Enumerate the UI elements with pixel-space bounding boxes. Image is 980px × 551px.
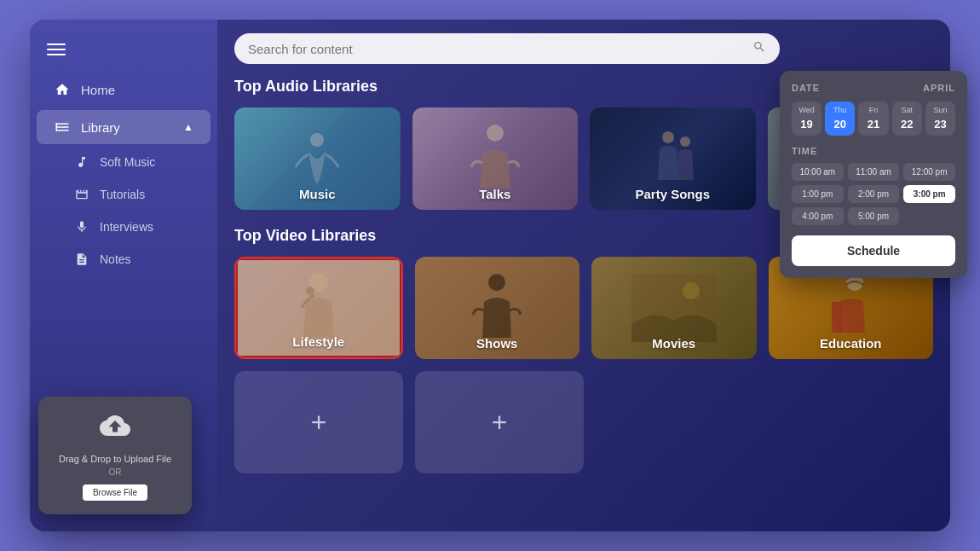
upload-or-text: OR: [52, 467, 178, 477]
sidebar-item-soft-music[interactable]: Soft Music: [37, 148, 210, 177]
svg-point-4: [680, 136, 690, 147]
sidebar-home-label: Home: [81, 83, 115, 97]
day-num-fri: 21: [868, 118, 879, 130]
add-card-2[interactable]: +: [415, 371, 584, 473]
calendar-day-sun[interactable]: Sun 23: [925, 102, 955, 136]
schedule-button[interactable]: Schedule: [792, 235, 955, 266]
audio-card-party[interactable]: Party Songs: [590, 107, 756, 210]
upload-drag-text: Drag & Drop to Upload File: [52, 454, 178, 464]
svg-point-1: [310, 133, 324, 147]
audio-card-party-label: Party Songs: [590, 187, 756, 201]
audio-card-music-label: Music: [234, 187, 401, 201]
video-card-shows[interactable]: Shows: [415, 257, 580, 359]
search-icon: [752, 40, 766, 57]
time-grid: 10:00 am 11:00 am 12:00 pm 1:00 pm 2:00 …: [792, 163, 955, 225]
time-slot-10am[interactable]: 10:00 am: [792, 163, 844, 181]
day-name-thu: Thu: [827, 106, 853, 114]
day-name-sat: Sat: [894, 106, 920, 114]
video-card-lifestyle-label: Lifestyle: [236, 334, 401, 349]
day-name-sun: Sun: [927, 106, 954, 114]
tutorials-icon: [74, 187, 89, 202]
calendar-widget: DATE APRIL Wed 19 Thu 20 Fri 21 Sat 22 S…: [780, 71, 967, 278]
sidebar-library-label: Library: [81, 120, 120, 135]
video-card-education-label: Education: [769, 336, 934, 351]
notes-label: Notes: [100, 252, 131, 266]
time-slot-5pm[interactable]: 5:00 pm: [848, 207, 900, 225]
hamburger-menu[interactable]: [30, 37, 217, 69]
time-slot-2pm[interactable]: 2:00 pm: [848, 185, 900, 203]
time-slot-11am[interactable]: 11:00 am: [848, 163, 900, 181]
calendar-days: Wed 19 Thu 20 Fri 21 Sat 22 Sun 23: [792, 102, 955, 136]
video-card-shows-label: Shows: [415, 336, 580, 351]
audio-card-music[interactable]: Music: [234, 107, 401, 210]
add-icon-2: +: [492, 409, 508, 436]
sidebar-item-notes[interactable]: Notes: [37, 245, 210, 274]
day-num-sun: 23: [934, 118, 946, 130]
day-num-thu: 20: [834, 118, 846, 130]
time-label: TIME: [792, 146, 955, 156]
app-container: Home Library ▲ Soft Music Tutorials: [30, 20, 950, 531]
soft-music-icon: [74, 154, 89, 170]
notes-icon: [74, 252, 89, 267]
library-icon: [54, 119, 71, 136]
add-card-spacer: [596, 371, 933, 473]
video-card-movies-label: Movies: [591, 336, 757, 351]
sidebar-item-home[interactable]: Home: [37, 72, 210, 107]
calendar-day-wed[interactable]: Wed 19: [792, 102, 821, 136]
time-slot-12pm[interactable]: 12:00 pm: [903, 163, 955, 181]
svg-point-12: [488, 274, 505, 291]
time-slot-4pm[interactable]: 4:00 pm: [792, 207, 844, 225]
chevron-up-icon: ▲: [183, 121, 193, 133]
time-slot-1pm[interactable]: 1:00 pm: [792, 185, 844, 203]
day-name-fri: Fri: [860, 106, 886, 114]
time-slot-3pm[interactable]: 3:00 pm: [903, 185, 955, 203]
interviews-label: Interviews: [100, 220, 153, 234]
audio-card-talks[interactable]: Talks: [412, 107, 579, 210]
svg-point-14: [683, 282, 700, 299]
sidebar-item-library[interactable]: Library ▲: [37, 110, 210, 144]
browse-file-button[interactable]: Browse File: [83, 484, 147, 501]
calendar-month-label: APRIL: [923, 83, 955, 93]
upload-icon: [52, 410, 178, 447]
calendar-day-thu[interactable]: Thu 20: [825, 102, 855, 136]
sidebar-item-interviews[interactable]: Interviews: [37, 212, 210, 241]
day-name-wed: Wed: [793, 106, 820, 114]
search-bar: [234, 33, 780, 64]
svg-point-2: [487, 125, 504, 142]
calendar-day-sat[interactable]: Sat 22: [892, 102, 922, 136]
tutorials-label: Tutorials: [100, 188, 145, 201]
add-cards-row: + +: [234, 371, 933, 473]
svg-point-3: [662, 131, 674, 143]
svg-point-11: [306, 287, 314, 295]
calendar-day-fri[interactable]: Fri 21: [858, 102, 888, 136]
day-num-sat: 22: [901, 118, 913, 130]
home-icon: [54, 81, 71, 98]
time-section: TIME 10:00 am 11:00 am 12:00 pm 1:00 pm …: [792, 146, 955, 225]
video-card-movies[interactable]: Movies: [591, 257, 757, 359]
audio-card-talks-label: Talks: [412, 187, 579, 201]
upload-widget: Drag & Drop to Upload File OR Browse Fil…: [38, 397, 192, 514]
add-card-1[interactable]: +: [234, 371, 403, 473]
calendar-date-label: DATE: [792, 83, 820, 93]
sidebar-item-tutorials[interactable]: Tutorials: [37, 180, 210, 209]
interviews-icon: [74, 219, 89, 235]
svg-rect-0: [56, 123, 58, 132]
calendar-header: DATE APRIL: [792, 83, 955, 93]
video-card-lifestyle[interactable]: Lifestyle: [234, 257, 403, 359]
soft-music-label: Soft Music: [100, 155, 155, 169]
day-num-wed: 19: [800, 118, 812, 130]
add-icon-1: +: [311, 409, 327, 436]
search-input[interactable]: [248, 42, 746, 56]
